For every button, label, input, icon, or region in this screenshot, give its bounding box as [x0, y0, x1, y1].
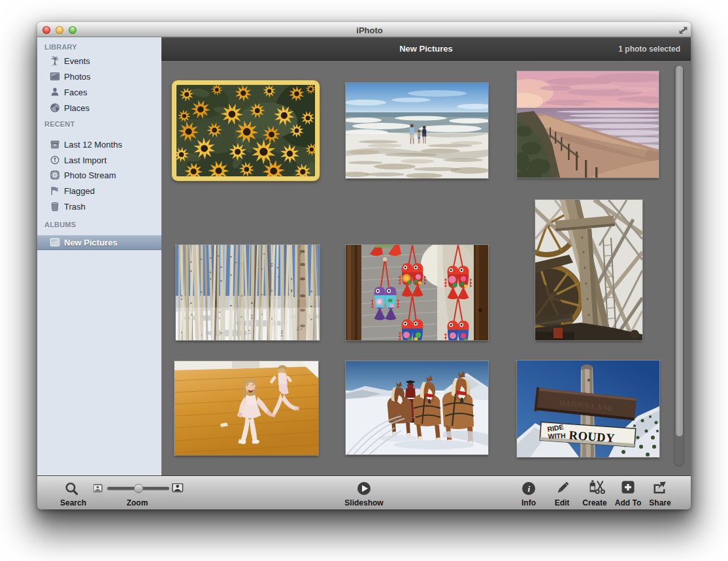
svg-text:i: i: [528, 484, 531, 494]
svg-text:WITH: WITH: [548, 432, 565, 440]
